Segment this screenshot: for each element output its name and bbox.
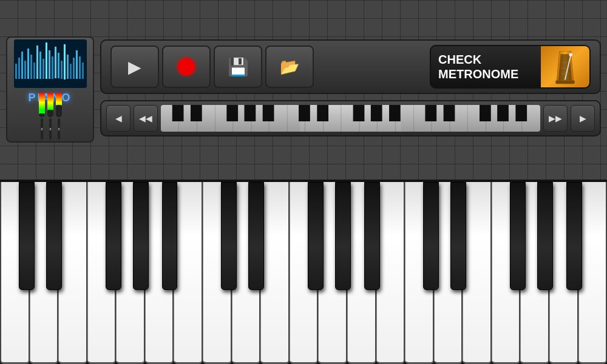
fader-1 — [39, 93, 45, 140]
save-button[interactable]: 💾 — [214, 46, 262, 88]
svg-rect-23 — [82, 62, 84, 79]
nav-right-icon: ▶ — [580, 113, 586, 123]
play-icon: ▶ — [128, 57, 141, 77]
play-button[interactable]: ▶ — [110, 46, 159, 88]
svg-rect-18 — [67, 55, 69, 79]
waveform-display — [14, 39, 87, 88]
nav-right-button[interactable]: ▶ — [571, 105, 595, 132]
svg-rect-6 — [30, 55, 32, 79]
piano-key-c3[interactable] — [405, 182, 434, 364]
svg-rect-11 — [46, 42, 47, 79]
metronome-text: CHECK METRONOME — [431, 52, 541, 81]
svg-rect-12 — [49, 50, 50, 79]
folder-icon: 📂 — [280, 58, 299, 76]
piano-key-a3[interactable] — [549, 182, 578, 364]
nav-left-button[interactable]: ◀ — [106, 105, 131, 132]
svg-rect-70 — [161, 105, 540, 132]
level-bar-2 — [47, 93, 53, 117]
svg-rect-15 — [58, 53, 59, 78]
nav-left-icon: ◀ — [115, 113, 122, 123]
svg-rect-5 — [27, 49, 29, 79]
transport-controls: ▶ 💾 📂 — [110, 46, 430, 88]
svg-rect-19 — [70, 64, 72, 79]
save-icon: 💾 — [228, 57, 249, 77]
piano-key-f1[interactable] — [87, 182, 117, 364]
mini-keyboard-bar: ◀ ◀◀ /* generated below */ — [100, 100, 601, 136]
open-button[interactable]: 📂 — [265, 46, 314, 88]
fader-handle-2[interactable] — [49, 127, 52, 131]
level-bar-3 — [56, 93, 62, 117]
app-background: PIANO — [0, 0, 607, 364]
piano-key-b2[interactable] — [376, 182, 405, 364]
piano-key-a1[interactable] — [145, 182, 174, 364]
piano-keyboard — [0, 182, 607, 364]
piano-key-e3[interactable] — [463, 182, 492, 364]
fader-handle-1[interactable] — [41, 127, 43, 131]
metronome-button[interactable]: CHECK METRONOME — [430, 45, 591, 89]
nav-forward-icon: ▶▶ — [549, 113, 562, 123]
piano-key-ds1[interactable] — [46, 182, 62, 290]
svg-point-28 — [569, 53, 572, 56]
piano-key-b3[interactable] — [578, 182, 607, 364]
nav-forward-button[interactable]: ▶▶ — [543, 105, 568, 132]
piano-key-f2[interactable] — [290, 182, 319, 364]
metronome-word-label: METRONOME — [438, 67, 534, 81]
piano-key-cs1[interactable] — [19, 182, 35, 290]
svg-rect-2 — [18, 58, 20, 79]
svg-rect-21 — [76, 50, 78, 79]
piano-key-c1[interactable] — [0, 182, 30, 364]
piano-key-b1[interactable] — [174, 182, 203, 364]
svg-rect-29 — [555, 81, 574, 84]
svg-rect-14 — [55, 47, 56, 78]
piano-key-f3[interactable] — [492, 182, 521, 364]
svg-rect-22 — [79, 56, 81, 79]
piano-key-gs3[interactable] — [537, 182, 553, 290]
level-bar-1 — [39, 93, 45, 117]
piano-key-e2[interactable] — [260, 182, 290, 364]
piano-key-as3[interactable] — [566, 182, 582, 290]
piano-key-a2[interactable] — [347, 182, 376, 364]
piano-key-fs3[interactable] — [510, 182, 526, 290]
piano-key-cs3[interactable] — [423, 182, 439, 290]
fader-track-2[interactable] — [49, 118, 52, 140]
fader-section — [39, 109, 62, 140]
svg-rect-17 — [64, 44, 66, 79]
mini-keyboard-display: /* generated below */ — [161, 105, 540, 132]
svg-rect-16 — [61, 61, 63, 79]
transport-bar: ▶ 💾 📂 CHECK METRONOME — [100, 39, 601, 94]
fader-handle-3[interactable] — [58, 127, 60, 131]
piano-key-e1[interactable] — [58, 182, 87, 364]
piano-logo-widget: PIANO — [6, 36, 94, 143]
piano-key-fs1[interactable] — [106, 182, 121, 290]
fader-track-3[interactable] — [58, 118, 60, 140]
metronome-check-label: CHECK — [438, 52, 534, 67]
piano-key-as2[interactable] — [364, 182, 380, 290]
svg-rect-1 — [15, 64, 17, 79]
record-icon — [178, 58, 195, 75]
piano-key-gs2[interactable] — [335, 182, 351, 290]
svg-rect-7 — [33, 62, 35, 79]
svg-rect-3 — [21, 52, 23, 79]
metronome-image — [541, 45, 589, 89]
piano-key-ds3[interactable] — [450, 182, 466, 290]
fader-2 — [47, 93, 53, 140]
metronome-svg-icon — [550, 49, 580, 85]
svg-rect-9 — [39, 52, 41, 79]
nav-rewind-icon: ◀◀ — [139, 113, 152, 123]
piano-key-as1[interactable] — [162, 182, 178, 290]
record-button[interactable] — [162, 46, 211, 88]
piano-key-c2[interactable] — [203, 182, 232, 364]
svg-rect-10 — [42, 59, 44, 79]
svg-rect-4 — [24, 61, 26, 79]
piano-key-gs1[interactable] — [133, 182, 149, 290]
svg-rect-8 — [36, 46, 38, 79]
fader-track-1[interactable] — [41, 118, 43, 140]
fader-3 — [56, 93, 62, 140]
svg-rect-20 — [73, 58, 75, 79]
piano-key-ds2[interactable] — [248, 182, 264, 290]
nav-rewind-button[interactable]: ◀◀ — [134, 105, 158, 132]
svg-rect-13 — [52, 56, 53, 79]
piano-key-fs2[interactable] — [308, 182, 324, 290]
piano-key-cs2[interactable] — [221, 182, 237, 290]
